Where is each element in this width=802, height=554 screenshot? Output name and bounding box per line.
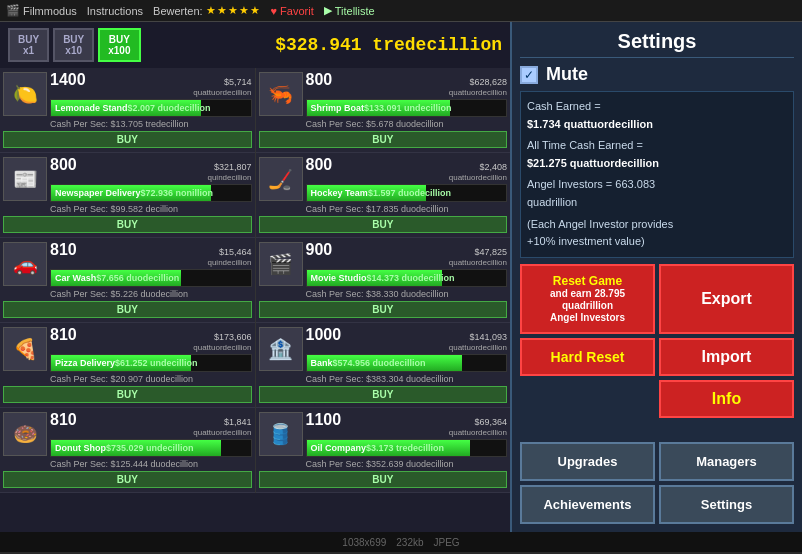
- biz-count: 810: [50, 327, 77, 343]
- biz-cash-per-sec: Cash Per Sec: $13.705 tredecillion: [50, 119, 252, 129]
- angel-investors-label: Angel Investors = 663.083: [527, 176, 787, 194]
- list-item: 🍋 1400 $5,714quattuordecillion Lemonade …: [0, 68, 255, 153]
- biz-progress-bar: Newspaper Delivery$72.936 nonillion: [50, 184, 252, 202]
- biz-icon: 🏒: [259, 157, 303, 201]
- list-item: 🏦 1000 $141,093quattuordecillion Bank$57…: [256, 323, 511, 408]
- biz-cost: $15,464quindecillion: [207, 247, 251, 267]
- favorit-btn[interactable]: ♥ Favorit: [271, 5, 314, 17]
- format-label: JPEG: [434, 537, 460, 548]
- biz-buy-button[interactable]: BUY: [3, 471, 252, 488]
- info-button[interactable]: Info: [659, 380, 794, 418]
- biz-icon: 🦐: [259, 72, 303, 116]
- upgrades-button[interactable]: Upgrades: [520, 442, 655, 481]
- star-rating[interactable]: ★★★★★: [206, 4, 261, 17]
- stats-section: Cash Earned = $1.734 quattuordecillion A…: [520, 91, 794, 258]
- buy-x10-button[interactable]: BUY x10: [53, 28, 94, 62]
- biz-info: 800 $321,807quindecillion Newspaper Deli…: [50, 157, 252, 214]
- biz-cash-per-sec: Cash Per Sec: $20.907 duodecillion: [50, 374, 252, 384]
- list-item: 🎬 900 $47,825quattuordecillion Movie Stu…: [256, 238, 511, 323]
- all-time-label: All Time Cash Earned =: [527, 137, 787, 155]
- resolution-label: 1038x699: [342, 537, 386, 548]
- biz-progress-bar: Movie Studio$14.373 duodecillion: [306, 269, 508, 287]
- biz-progress-bar: Oil Company$3.173 tredecillion: [306, 439, 508, 457]
- all-time-value: $21.275 quattuordecillion: [527, 155, 787, 173]
- biz-progress-label: Shrimp Boat$133.091 undecillion: [307, 100, 507, 116]
- biz-buy-button[interactable]: BUY: [3, 301, 252, 318]
- biz-buy-button[interactable]: BUY: [3, 216, 252, 233]
- import-button[interactable]: Import: [659, 338, 794, 376]
- biz-cash-per-sec: Cash Per Sec: $383.304 duodecillion: [306, 374, 508, 384]
- biz-cost: $69,364quattuordecillion: [449, 417, 507, 437]
- top-bar: 🎬 Filmmodus Instructions Bewerten: ★★★★★…: [0, 0, 802, 22]
- left-panel: BUY x1 BUY x10 BUY x100 $328.941 tredeci…: [0, 22, 510, 532]
- titelliste-btn[interactable]: ▶ Titelliste: [324, 4, 375, 17]
- biz-progress-label: Bank$574.956 duodecillion: [307, 355, 507, 371]
- achievements-button[interactable]: Achievements: [520, 485, 655, 524]
- list-item: 📰 800 $321,807quindecillion Newspaper De…: [0, 153, 255, 238]
- list-item: 🚗 810 $15,464quindecillion Car Wash$7.65…: [0, 238, 255, 323]
- play-icon: ▶: [324, 4, 332, 17]
- managers-button[interactable]: Managers: [659, 442, 794, 481]
- biz-cost: $141,093quattuordecillion: [449, 332, 507, 352]
- biz-cost: $2,408quattuordecillion: [449, 162, 507, 182]
- biz-buy-button[interactable]: BUY: [3, 131, 252, 148]
- biz-cash-per-sec: Cash Per Sec: $38.330 duodecillion: [306, 289, 508, 299]
- biz-progress-label: Donut Shop$735.029 undecillion: [51, 440, 251, 456]
- biz-info: 800 $628,628quattuordecillion Shrimp Boa…: [306, 72, 508, 129]
- biz-info: 1100 $69,364quattuordecillion Oil Compan…: [306, 412, 508, 469]
- biz-progress-bar: Lemonade Stand$2.007 duodecillion: [50, 99, 252, 117]
- biz-cost: $321,807quindecillion: [207, 162, 251, 182]
- businesses-container: 🍋 1400 $5,714quattuordecillion Lemonade …: [0, 68, 510, 493]
- biz-icon: 🎬: [259, 242, 303, 286]
- biz-icon: 🍋: [3, 72, 47, 116]
- settings-button[interactable]: Settings: [659, 485, 794, 524]
- hard-reset-button[interactable]: Hard Reset: [520, 338, 655, 376]
- biz-buy-button[interactable]: BUY: [259, 301, 508, 318]
- heart-icon: ♥: [271, 5, 278, 17]
- biz-count: 810: [50, 412, 77, 428]
- instructions-link[interactable]: Instructions: [87, 5, 143, 17]
- biz-progress-label: Hockey Team$1.597 duodecillion: [307, 185, 507, 201]
- biz-buy-button[interactable]: BUY: [259, 131, 508, 148]
- list-item: 🏒 800 $2,408quattuordecillion Hockey Tea…: [256, 153, 511, 238]
- biz-buy-button[interactable]: BUY: [259, 471, 508, 488]
- film-icon: 🎬: [6, 4, 20, 17]
- biz-info: 900 $47,825quattuordecillion Movie Studi…: [306, 242, 508, 299]
- angel-note: (Each Angel Investor provides: [527, 216, 787, 234]
- biz-progress-label: Movie Studio$14.373 duodecillion: [307, 270, 507, 286]
- biz-count: 800: [306, 72, 333, 88]
- biz-cost: $5,714quattuordecillion: [193, 77, 251, 97]
- business-column-right: 🦐 800 $628,628quattuordecillion Shrimp B…: [256, 68, 511, 493]
- biz-cash-per-sec: Cash Per Sec: $17.835 duodecillion: [306, 204, 508, 214]
- film-mode[interactable]: 🎬 Filmmodus: [6, 4, 77, 17]
- biz-count: 800: [306, 157, 333, 173]
- biz-count: 1100: [306, 412, 342, 428]
- biz-cash-per-sec: Cash Per Sec: $352.639 duodecillion: [306, 459, 508, 469]
- biz-cost: $1,841quattuordecillion: [193, 417, 251, 437]
- biz-count: 900: [306, 242, 333, 258]
- list-item: 🍕 810 $173,606quattuordecillion Pizza De…: [0, 323, 255, 408]
- biz-buy-button[interactable]: BUY: [259, 386, 508, 403]
- biz-info: 810 $1,841quattuordecillion Donut Shop$7…: [50, 412, 252, 469]
- biz-cash-per-sec: Cash Per Sec: $99.582 decillion: [50, 204, 252, 214]
- mute-row: ✓ Mute: [520, 64, 794, 85]
- biz-info: 800 $2,408quattuordecillion Hockey Team$…: [306, 157, 508, 214]
- biz-icon: 📰: [3, 157, 47, 201]
- cash-earned-label: Cash Earned =: [527, 98, 787, 116]
- biz-icon: 🍕: [3, 327, 47, 371]
- biz-icon: 🚗: [3, 242, 47, 286]
- buy-row: BUY x1 BUY x10 BUY x100 $328.941 tredeci…: [0, 22, 510, 68]
- biz-progress-label: Newspaper Delivery$72.936 nonillion: [51, 185, 251, 201]
- biz-progress-label: Lemonade Stand$2.007 duodecillion: [51, 100, 251, 116]
- biz-buy-button[interactable]: BUY: [259, 216, 508, 233]
- buy-x100-button[interactable]: BUY x100: [98, 28, 140, 62]
- reset-game-button[interactable]: Reset Game and earn 28.795 quadrillion A…: [520, 264, 655, 334]
- biz-icon: 🏦: [259, 327, 303, 371]
- biz-cash-per-sec: Cash Per Sec: $5.226 duodecillion: [50, 289, 252, 299]
- buy-x1-button[interactable]: BUY x1: [8, 28, 49, 62]
- biz-progress-bar: Donut Shop$735.029 undecillion: [50, 439, 252, 457]
- mute-checkbox[interactable]: ✓: [520, 66, 538, 84]
- biz-buy-button[interactable]: BUY: [3, 386, 252, 403]
- biz-count: 1400: [50, 72, 86, 88]
- export-button[interactable]: Export: [659, 264, 794, 334]
